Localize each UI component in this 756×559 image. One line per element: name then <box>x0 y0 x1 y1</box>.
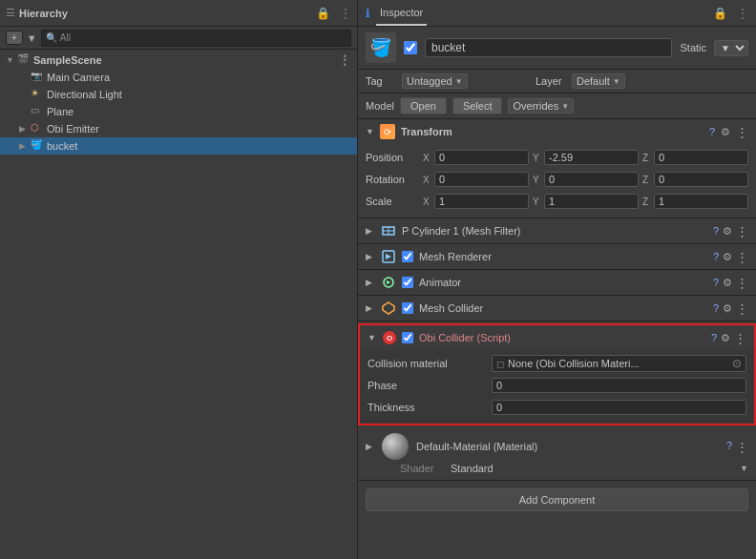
tree-item-main-camera[interactable]: 📷 Main Camera <box>0 69 357 86</box>
tree-item-obi-emitter[interactable]: ▶ ⬡ Obi Emitter <box>0 120 357 137</box>
phase-input[interactable] <box>492 378 746 393</box>
obi-collider-header[interactable]: ▼ O Obi Collider (Script) ? ⚙ ⋮ <box>360 325 754 350</box>
pos-x-label: X <box>423 153 432 163</box>
obi-collider-checkbox[interactable] <box>402 332 413 343</box>
add-component-bar: Add Component <box>358 481 756 519</box>
camera-icon: 📷 <box>31 71 44 84</box>
directional-light-label: Directional Light <box>47 89 122 100</box>
hierarchy-header: ☰ Hierarchy 🔒 ⋮ <box>0 0 357 27</box>
mesh-filter-gear-icon[interactable]: ⚙ <box>723 225 732 238</box>
add-component-button[interactable]: Add Component <box>366 488 748 511</box>
mesh-renderer-actions: ? ⚙ ⋮ <box>713 250 748 264</box>
mesh-filter-info-icon[interactable]: ? <box>713 225 719 237</box>
obi-collider-actions: ? ⚙ ⋮ <box>711 331 746 345</box>
tree-item-directional-light[interactable]: ☀ Directional Light <box>0 86 357 103</box>
mesh-collider-checkbox[interactable] <box>402 302 413 314</box>
open-button[interactable]: Open <box>400 97 447 114</box>
position-z-input[interactable] <box>654 150 748 165</box>
scene-arrow: ▼ <box>6 55 17 65</box>
emitter-arrow: ▶ <box>19 124 31 134</box>
thickness-input[interactable] <box>492 400 746 415</box>
mesh-collider-info-icon[interactable]: ? <box>713 302 719 314</box>
inspector-more-icon[interactable]: ⋮ <box>737 7 748 20</box>
material-actions: ? ⋮ <box>726 440 748 454</box>
select-button[interactable]: Select <box>452 97 503 114</box>
phase-row: Phase <box>368 376 746 395</box>
inspector-panel: ℹ Inspector 🔒 ⋮ 🪣 Static ▼ <box>358 0 756 559</box>
mesh-renderer-gear-icon[interactable]: ⚙ <box>723 251 732 263</box>
more-icon[interactable]: ⋮ <box>340 7 351 20</box>
animator-section: ▶ Animator ? ⚙ ⋮ <box>358 270 756 296</box>
mesh-renderer-dots-icon[interactable]: ⋮ <box>736 250 748 264</box>
shader-dropdown-arrow[interactable]: ▼ <box>740 464 748 473</box>
overrides-dropdown[interactable]: Overrides ▼ <box>508 98 574 114</box>
material-dots-icon[interactable]: ⋮ <box>736 440 748 454</box>
rotation-y-input[interactable] <box>544 172 639 187</box>
shader-row: Shader Standard ▼ <box>366 460 748 474</box>
scene-label: SampleScene <box>33 54 102 66</box>
material-arrow[interactable]: ▶ <box>366 442 372 451</box>
layer-label: Layer <box>536 75 564 87</box>
mesh-collider-header[interactable]: ▶ Mesh Collider ? ⚙ ⋮ <box>358 296 756 321</box>
obi-collider-section: ▼ O Obi Collider (Script) ? ⚙ ⋮ Collisio… <box>358 323 756 425</box>
animator-dots-icon[interactable]: ⋮ <box>736 276 748 290</box>
scale-z-input[interactable] <box>654 194 748 209</box>
obi-collider-dots-icon[interactable]: ⋮ <box>734 331 746 345</box>
bucket-icon: 🪣 <box>31 139 44 153</box>
scale-label: Scale <box>366 196 423 207</box>
transform-dots-icon[interactable]: ⋮ <box>736 125 748 139</box>
rotation-x-input[interactable] <box>434 172 529 187</box>
inspector-lock-icon[interactable]: 🔒 <box>713 7 727 20</box>
mesh-renderer-header[interactable]: ▶ Mesh Renderer ? ⚙ ⋮ <box>358 244 756 269</box>
scale-z-field: Z <box>642 194 748 209</box>
tree-item-plane[interactable]: ▭ Plane <box>0 103 357 120</box>
transform-info-icon[interactable]: ? <box>709 126 715 137</box>
object-name-field[interactable] <box>425 38 672 57</box>
pos-y-label: Y <box>533 153 542 163</box>
rot-y-label: Y <box>533 175 542 185</box>
search-field[interactable]: 🔍 All <box>41 30 351 47</box>
material-name: Default-Material (Material) <box>416 441 719 452</box>
transform-gear-icon[interactable]: ⚙ <box>721 126 730 138</box>
mesh-renderer-checkbox[interactable] <box>402 251 413 262</box>
collision-material-field[interactable]: ◻ None (Obi Collision Materi... ⊙ <box>492 355 746 372</box>
object-enabled-checkbox[interactable] <box>404 41 417 54</box>
animator-info-icon[interactable]: ? <box>713 277 719 288</box>
scene-root-item[interactable]: ▼ 🎬 SampleScene ⋮ <box>0 52 357 69</box>
layer-dropdown[interactable]: Default ▼ <box>572 73 625 89</box>
lock-icon[interactable]: 🔒 <box>316 7 330 20</box>
collision-material-icon: ◻ <box>496 359 504 369</box>
inspector-tab[interactable]: Inspector <box>376 0 427 26</box>
obi-collider-info-icon[interactable]: ? <box>711 332 717 343</box>
animator-checkbox[interactable] <box>402 277 413 288</box>
tag-dropdown[interactable]: Untagged ▼ <box>402 73 468 89</box>
mesh-collider-dots-icon[interactable]: ⋮ <box>736 301 748 316</box>
collision-material-target-btn[interactable]: ⊙ <box>732 357 742 370</box>
mesh-filter-dots-icon[interactable]: ⋮ <box>736 224 748 238</box>
search-icon: 🔍 <box>46 32 57 43</box>
scene-menu-btn[interactable]: ⋮ <box>338 52 351 68</box>
scale-x-input[interactable] <box>434 194 529 209</box>
position-y-input[interactable] <box>544 150 639 165</box>
material-info-icon[interactable]: ? <box>726 440 732 454</box>
animator-gear-icon[interactable]: ⚙ <box>723 277 732 289</box>
scale-y-input[interactable] <box>544 194 639 209</box>
rotation-z-input[interactable] <box>654 172 748 187</box>
add-button[interactable]: + <box>6 31 23 45</box>
transform-arrow[interactable]: ▼ <box>366 127 374 136</box>
static-dropdown[interactable]: ▼ <box>714 40 748 56</box>
obi-collider-gear-icon[interactable]: ⚙ <box>721 332 730 344</box>
mesh-renderer-arrow: ▶ <box>366 252 375 261</box>
position-x-input[interactable] <box>434 150 529 165</box>
tree-item-bucket[interactable]: ▶ 🪣 bucket <box>0 137 357 155</box>
scl-x-label: X <box>423 197 432 207</box>
mesh-filter-header[interactable]: ▶ P Cylinder 1 (Mesh Filter) ? ⚙ ⋮ <box>358 218 756 243</box>
mesh-collider-name: Mesh Collider <box>419 302 707 314</box>
position-x-field: X <box>423 150 529 165</box>
mesh-renderer-info-icon[interactable]: ? <box>713 251 719 262</box>
object-header: 🪣 Static ▼ <box>358 27 756 70</box>
mesh-renderer-section: ▶ Mesh Renderer ? ⚙ ⋮ <box>358 244 756 270</box>
mesh-collider-gear-icon[interactable]: ⚙ <box>723 302 732 315</box>
tag-layer-row: Tag Untagged ▼ Layer Default ▼ <box>358 70 756 93</box>
animator-header[interactable]: ▶ Animator ? ⚙ ⋮ <box>358 270 756 295</box>
